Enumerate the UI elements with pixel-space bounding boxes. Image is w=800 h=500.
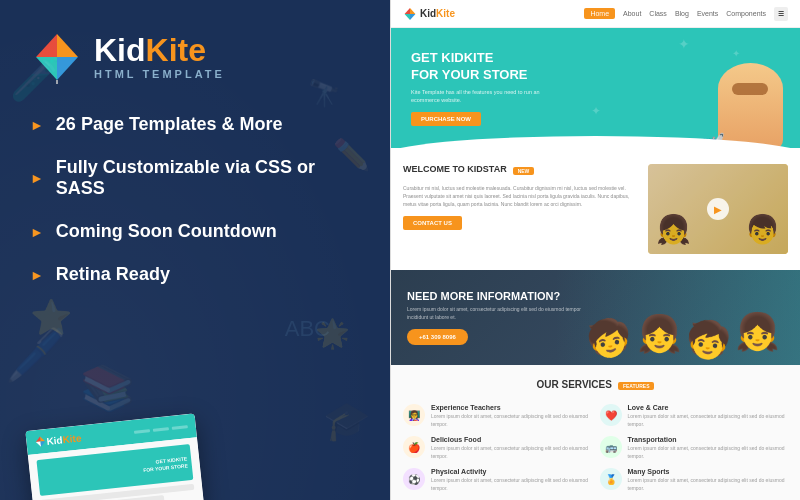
feature-list: ► 26 Page Templates & More ► Fully Custo… [30,114,360,285]
service-title-6: Many Sports [628,468,789,475]
preview-hero-content: GET KIDKITE FOR YOUR STORE Kite Template… [411,50,561,126]
kite-logo-icon [30,30,84,84]
preview-hero-line1: GET KIDKITE [411,50,493,65]
service-content-2: Love & Care Lorem ipsum dolor sit amet, … [628,404,789,428]
service-content-1: Experience Teachers Lorem ipsum dolor si… [431,404,592,428]
preview-welcome-body: Curabitur mi nisl, luctus sed molestie m… [403,184,636,208]
preview-cta-heading: NEED MORE INFORMATION? [407,290,587,302]
transportation-icon: 🚌 [600,436,622,458]
svg-marker-8 [36,442,41,448]
service-title-2: Love & Care [628,404,789,411]
logo-name: KidKite [94,34,225,66]
bullet-icon-4: ► [30,267,44,283]
service-desc-2: Lorem ipsum dolor sit amet, consectetur … [628,413,789,428]
bullet-icon-1: ► [30,117,44,133]
svg-marker-6 [40,436,45,442]
bottom-preview-card: KidKite GET KIDKITEFOR YOUR STORE [25,413,204,500]
service-content-3: Delicious Food Lorem ipsum dolor sit ame… [431,436,592,460]
preview-welcome-heading: WELCOME TO KIDSTAR [403,164,507,174]
preview-nav-class: Class [649,10,667,17]
hero-deco-star-3: ✦ [591,104,601,118]
preview-hero-description: Kite Template has all the features you n… [411,88,561,105]
preview-nav-logo: KidKite [403,7,455,21]
preview-nav-kite: Kite [436,8,455,19]
preview-services-grid: 👩‍🏫 Experience Teachers Lorem ipsum dolo… [403,404,788,492]
preview-cta-phone-button[interactable]: +61 309 8096 [407,329,468,345]
svg-marker-2 [36,34,57,57]
preview-hero-button[interactable]: PURCHASE NOW [411,112,481,126]
service-title-1: Experience Teachers [431,404,592,411]
service-desc-6: Lorem ipsum dolor sit amet, consectetur … [628,477,789,492]
bullet-icon-3: ► [30,224,44,240]
svg-marker-13 [410,14,415,20]
service-item-3: 🍎 Delicious Food Lorem ipsum dolor sit a… [403,436,592,460]
preview-nav-links: Home About Class Blog Events Components … [584,7,788,21]
cta-jumping-kids: 🧒 👧 🧒 👧 [588,323,780,365]
logo-kite-text: Kite [146,32,206,68]
preview-nav-logo-text: KidKite [420,8,455,19]
preview-welcome-tag: NEW [513,167,535,175]
service-desc-1: Lorem ipsum dolor sit amet, consectetur … [431,413,592,428]
preview-hero-image: ✈️ [710,48,790,148]
play-button-icon[interactable]: ▶ [707,198,729,220]
service-desc-3: Lorem ipsum dolor sit amet, consectetur … [431,445,592,460]
preview-cta-background: 🧒 👧 🧒 👧 [555,270,800,365]
hero-airplane: ✈️ [700,131,730,148]
preview-hero-title: GET KIDKITE FOR YOUR STORE [411,50,561,84]
svg-marker-7 [35,437,40,443]
service-item-4: 🚌 Transportation Lorem ipsum dolor sit a… [600,436,789,460]
preview-welcome-heading-wrap: WELCOME TO KIDSTAR NEW [403,164,636,178]
preview-nav-about: About [623,10,641,17]
preview-screenshot: KidKite Home About Class Blog Events Com… [391,0,800,500]
feature-item-1: ► 26 Page Templates & More [30,114,360,135]
logo-text-wrap: KidKite HTML TEMPLATE [94,34,225,80]
service-title-3: Delicious Food [431,436,592,443]
cta-kid-3: 🧒 [685,317,733,363]
preview-contact-button[interactable]: CONTACT US [403,216,462,230]
service-title-4: Transportation [628,436,789,443]
preview-hero-line2: FOR YOUR STORE [411,67,528,82]
svg-marker-4 [57,57,78,80]
preview-welcome: WELCOME TO KIDSTAR NEW Curabitur mi nisl… [391,148,800,270]
svg-marker-0 [36,34,78,80]
preview-nav-blog: Blog [675,10,689,17]
logo-kid: Kid [94,32,146,68]
feature-text-3: Coming Soon Countdown [56,221,277,242]
logo-subtitle: HTML TEMPLATE [94,68,225,80]
preview-services-heading: OUR SERVICES [537,379,612,390]
welcome-play-overlay: ▶ [648,164,788,254]
service-item-6: 🏅 Many Sports Lorem ipsum dolor sit amet… [600,468,789,492]
preview-nav-events: Events [697,10,718,17]
preview-nav-menu-icon: ☰ [774,7,788,21]
svg-marker-9 [41,441,46,447]
preview-services: OUR SERVICES FEATURES 👩‍🏫 Experience Tea… [391,365,800,500]
logo-area: KidKite HTML TEMPLATE [30,30,360,84]
service-item-1: 👩‍🏫 Experience Teachers Lorem ipsum dolo… [403,404,592,428]
cta-kid-1: 🧒 [584,314,636,363]
preview-services-tag: FEATURES [618,382,655,390]
feature-item-4: ► Retina Ready [30,264,360,285]
left-panel: 🧪 🖊️ 📚 ✏️ 🔭 🎓 ⭐ 🌟 ABC KidKite HTML TEMPL… [0,0,390,500]
right-panel: KidKite Home About Class Blog Events Com… [390,0,800,500]
hero-child-figure: ✈️ [718,63,783,148]
preview-kite-icon [403,7,417,21]
feature-text-4: Retina Ready [56,264,170,285]
cta-kids-image: 🧒 👧 🧒 👧 [555,270,800,365]
feature-text-2: Fully Customizable via CSS or SASS [56,157,360,199]
mini-hero-text: GET KIDKITEFOR YOUR STORE [142,455,188,474]
cta-kid-2: 👧 [637,313,682,355]
preview-cta-banner: 🧒 👧 🧒 👧 NEED MORE INFORMATION? Lorem ips… [391,270,800,365]
service-item-5: ⚽ Physical Activity Lorem ipsum dolor si… [403,468,592,492]
svg-marker-12 [405,14,410,20]
hero-goggles [732,83,768,95]
preview-nav-components: Components [726,10,766,17]
preview-services-title-wrap: OUR SERVICES FEATURES [403,379,788,392]
preview-nav-kid: Kid [420,8,436,19]
svg-marker-3 [36,57,57,80]
service-desc-5: Lorem ipsum dolor sit amet, consectetur … [431,477,592,492]
service-item-2: ❤️ Love & Care Lorem ipsum dolor sit ame… [600,404,789,428]
physical-activity-icon: ⚽ [403,468,425,490]
service-title-5: Physical Activity [431,468,592,475]
mini-logo-text: KidKite [46,432,82,447]
feature-item-3: ► Coming Soon Countdown [30,221,360,242]
